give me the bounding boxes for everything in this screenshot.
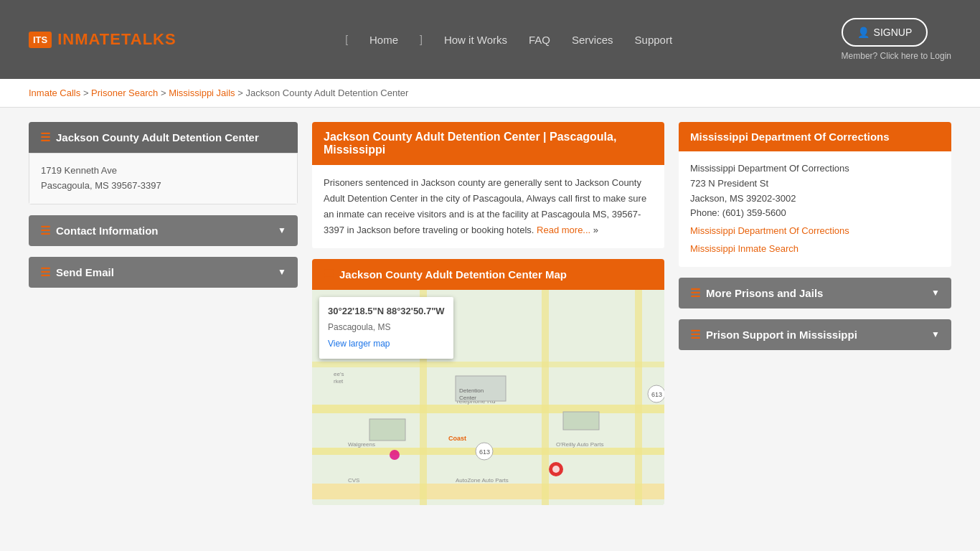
svg-rect-6	[635, 290, 642, 505]
svg-text:rket: rket	[334, 378, 344, 385]
prison-support-title: Prison Support in Mississippi	[706, 329, 857, 341]
main-nav: [ Home ] How it Works FAQ Services Suppo…	[345, 34, 672, 46]
map-container[interactable]: 30°22'18.5"N 88°32'50.7"W Pascagoula, MS…	[312, 290, 664, 505]
map-coords: 30°22'18.5"N 88°32'50.7"W	[328, 304, 445, 319]
facility-address: 1719 Kenneth Ave Pascagoula, MS 39567-33…	[29, 153, 298, 204]
map-view-larger[interactable]: View larger map	[328, 339, 390, 349]
svg-text:613: 613	[651, 391, 662, 398]
contact-card: ☰ Contact Information ▼	[29, 215, 298, 246]
user-icon: 👤	[857, 27, 870, 38]
middle-column: Jackson County Adult Detention Center | …	[312, 122, 664, 516]
corrections-card: Mississippi Department Of Corrections Mi…	[679, 122, 951, 267]
corrections-title: Mississippi Department Of Corrections	[690, 131, 890, 143]
more-prisons-header[interactable]: ☰ More Prisons and Jails ▼	[679, 278, 951, 309]
facility-card-header[interactable]: ☰ Jackson County Adult Detention Center	[29, 122, 298, 153]
contact-toggle-icon: ▼	[278, 225, 286, 235]
map-city: Pascagoula, MS	[328, 321, 445, 334]
nav-faq[interactable]: FAQ	[529, 34, 550, 46]
logo-its: ITS	[29, 32, 52, 48]
breadcrumb-sep3: >	[237, 88, 245, 98]
logo-talks: TALKS	[121, 30, 176, 48]
prison-support-header[interactable]: ☰ Prison Support in Mississippi ▼	[679, 319, 951, 350]
nav-how-it-works[interactable]: How it Works	[444, 34, 507, 46]
svg-text:613: 613	[479, 448, 490, 456]
breadcrumb-prisoner-search[interactable]: Prisoner Search	[91, 88, 158, 98]
signup-label: SIGNUP	[874, 27, 913, 38]
corrections-body: Mississippi Department Of Corrections 72…	[679, 151, 951, 267]
map-card: ☰ Jackson County Adult Detention Center …	[312, 259, 664, 505]
main-info-header: Jackson County Adult Detention Center | …	[312, 122, 664, 165]
main-content: ☰ Jackson County Adult Detention Center …	[0, 108, 980, 530]
corrections-link2[interactable]: Mississippi Inmate Search	[690, 242, 940, 257]
svg-point-20	[552, 466, 560, 473]
address-line2: Pascagoula, MS 39567-3397	[41, 179, 286, 194]
main-info-card: Jackson County Adult Detention Center | …	[312, 122, 664, 248]
svg-text:O'Reilly Auto Parts: O'Reilly Auto Parts	[556, 441, 603, 448]
svg-rect-1	[312, 405, 664, 413]
logo: ITS INMATETALKS	[29, 30, 176, 49]
svg-text:ee's: ee's	[334, 371, 344, 377]
svg-text:Walgreens: Walgreens	[348, 441, 375, 448]
map-card-body: 30°22'18.5"N 88°32'50.7"W Pascagoula, MS…	[312, 290, 664, 505]
svg-text:CVS: CVS	[348, 477, 359, 484]
address-line1: 1719 Kenneth Ave	[41, 164, 286, 179]
main-info-body: Prisoners sentenced in Jackson county ar…	[312, 165, 664, 248]
corrections-header: Mississippi Department Of Corrections	[679, 122, 951, 151]
svg-rect-5	[542, 290, 549, 505]
svg-rect-13	[369, 419, 405, 441]
more-prisons-title: More Prisons and Jails	[706, 287, 823, 299]
facility-card: ☰ Jackson County Adult Detention Center …	[29, 122, 298, 204]
facility-title: Jackson County Adult Detention Center	[56, 131, 259, 143]
breadcrumb-sep1: >	[83, 88, 91, 98]
corrections-name: Mississippi Department Of Corrections	[690, 161, 940, 176]
breadcrumb: Inmate Calls > Prisoner Search > Mississ…	[0, 79, 980, 108]
more-prisons-card: ☰ More Prisons and Jails ▼	[679, 278, 951, 309]
more-prisons-toggle: ▼	[931, 288, 940, 298]
member-login-link[interactable]: Member? Click here to Login	[842, 51, 951, 61]
nav-home[interactable]: Home	[369, 34, 398, 46]
nav-services[interactable]: Services	[572, 34, 613, 46]
signup-area: 👤 SIGNUP Member? Click here to Login	[842, 18, 951, 61]
signup-button[interactable]: 👤 SIGNUP	[842, 18, 928, 47]
svg-rect-17	[563, 412, 599, 430]
send-email-icon: ☰	[40, 265, 50, 279]
svg-text:Detention: Detention	[459, 387, 484, 394]
left-column: ☰ Jackson County Adult Detention Center …	[29, 122, 298, 516]
nav-support[interactable]: Support	[635, 34, 673, 46]
prison-support-toggle: ▼	[931, 329, 940, 339]
breadcrumb-sep2: >	[161, 88, 169, 98]
svg-point-28	[390, 450, 400, 460]
right-column: Mississippi Department Of Corrections Mi…	[679, 122, 951, 516]
svg-text:Coast: Coast	[448, 435, 466, 442]
read-more-link[interactable]: Read more...	[537, 225, 590, 235]
prison-support-card: ☰ Prison Support in Mississippi ▼	[679, 319, 951, 350]
map-overlay: 30°22'18.5"N 88°32'50.7"W Pascagoula, MS…	[319, 297, 453, 358]
send-email-card: ☰ Send Email ▼	[29, 257, 298, 288]
corrections-link1[interactable]: Mississippi Department Of Corrections	[690, 224, 940, 239]
header: ITS INMATETALKS [ Home ] How it Works FA…	[0, 0, 980, 79]
main-info-title: Jackson County Adult Detention Center | …	[324, 131, 653, 156]
corrections-city-state: Jackson, MS 39202-3002	[690, 192, 940, 207]
contact-icon: ☰	[40, 224, 50, 237]
logo-text: INMATETALKS	[57, 30, 176, 49]
logo-inmate: INMATE	[57, 30, 121, 48]
breadcrumb-mississippi-jails[interactable]: Mississippi Jails	[169, 88, 235, 98]
send-email-title: Send Email	[56, 266, 114, 278]
bracket-right: ]	[420, 34, 423, 45]
map-title: Jackson County Adult Detention Center Ma…	[339, 268, 567, 281]
contact-card-header[interactable]: ☰ Contact Information ▼	[29, 215, 298, 246]
corrections-address1: 723 N President St	[690, 176, 940, 192]
svg-rect-3	[312, 484, 664, 499]
bracket-left: [	[345, 34, 348, 45]
send-email-card-header[interactable]: ☰ Send Email ▼	[29, 257, 298, 288]
map-header-icon: ☰	[324, 268, 334, 281]
breadcrumb-inmate-calls[interactable]: Inmate Calls	[29, 88, 80, 98]
breadcrumb-current: Jackson County Adult Detention Center	[245, 88, 408, 98]
send-email-toggle-icon: ▼	[278, 267, 286, 277]
read-more-suffix: »	[593, 225, 598, 235]
facility-icon: ☰	[40, 131, 50, 144]
map-card-header: ☰ Jackson County Adult Detention Center …	[312, 259, 664, 290]
corrections-phone: Phone: (601) 359-5600	[690, 206, 940, 221]
svg-rect-7	[312, 362, 664, 367]
more-prisons-icon: ☰	[690, 286, 700, 300]
